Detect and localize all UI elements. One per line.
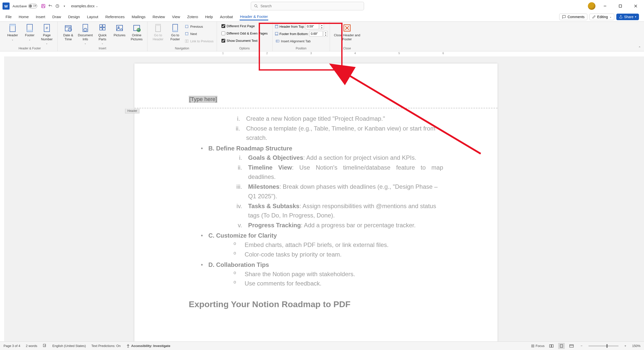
svg-rect-45: [275, 32, 278, 35]
undo-button[interactable]: [47, 3, 54, 10]
online-pictures-button[interactable]: Online Pictures: [128, 23, 145, 41]
svg-rect-59: [560, 344, 562, 347]
svg-line-21: [70, 30, 71, 30]
menu-layout[interactable]: Layout: [86, 14, 99, 20]
web-layout-button[interactable]: [568, 343, 575, 349]
menu-zotero[interactable]: Zotero: [187, 14, 199, 20]
autosave-toggle[interactable]: AutoSave Off: [13, 4, 37, 8]
editing-mode-button[interactable]: Editing⌄: [589, 14, 614, 20]
menu-acrobat[interactable]: Acrobat: [219, 14, 234, 20]
menu-mailings[interactable]: Mailings: [131, 14, 146, 20]
vertical-ruler[interactable]: [0, 56, 5, 341]
minimize-button[interactable]: [599, 2, 611, 10]
menubar: File Home Insert Draw Design Layout Refe…: [0, 12, 644, 22]
header-placeholder[interactable]: [Type here]: [189, 96, 217, 103]
svg-rect-2: [42, 6, 45, 8]
qat-more-button[interactable]: ▾: [61, 3, 68, 10]
svg-rect-28: [103, 28, 105, 30]
group-label: Close: [343, 47, 351, 51]
svg-rect-55: [532, 345, 534, 347]
header-from-top-spinner[interactable]: Header from Top: ▲▼: [275, 23, 328, 30]
quick-parts-button[interactable]: Quick Parts⌄: [94, 23, 111, 45]
menu-help[interactable]: Help: [205, 14, 213, 20]
spellcheck-icon[interactable]: [43, 343, 47, 348]
show-document-text-checkbox[interactable]: Show Document Text: [220, 37, 269, 44]
print-layout-button[interactable]: [558, 343, 565, 349]
text-predictions-indicator[interactable]: Text Predictions: On: [91, 344, 121, 348]
focus-mode-button[interactable]: Focus: [531, 344, 544, 348]
next-section-button[interactable]: Next: [184, 30, 215, 37]
menu-header-footer[interactable]: Header & Footer: [240, 13, 269, 20]
zoom-slider[interactable]: [588, 345, 619, 346]
share-button[interactable]: Share▾: [616, 14, 639, 20]
statusbar: Page 3 of 4 2 words English (United Stat…: [0, 341, 644, 350]
insert-alignment-tab-button[interactable]: Insert Alignment Tab: [275, 38, 328, 44]
document-info-button[interactable]: iDocument Info⌄: [77, 23, 94, 45]
zoom-in-button[interactable]: +: [622, 343, 629, 349]
user-avatar[interactable]: [588, 2, 595, 10]
chevron-down-icon: ⌄: [96, 4, 98, 8]
svg-point-4: [254, 5, 257, 7]
comment-icon: [562, 15, 566, 19]
comments-button[interactable]: Comments: [559, 14, 587, 20]
word-count[interactable]: 2 words: [26, 344, 37, 348]
svg-rect-25: [100, 25, 102, 27]
close-header-footer-button[interactable]: Close Header and Footer: [332, 23, 362, 41]
menu-design[interactable]: Design: [68, 14, 81, 20]
svg-rect-58: [552, 344, 553, 347]
footer-gallery-button[interactable]: Footer⌄: [21, 23, 38, 41]
date-time-button[interactable]: Date & Time: [60, 23, 77, 41]
svg-rect-47: [276, 40, 279, 42]
page-number-button[interactable]: #Page Number⌄: [38, 23, 55, 45]
save-button[interactable]: [40, 3, 47, 10]
menu-file[interactable]: File: [5, 14, 12, 20]
search-input[interactable]: Search: [251, 2, 364, 10]
menu-insert[interactable]: Insert: [35, 14, 46, 20]
search-icon: [254, 4, 258, 8]
toggle-icon[interactable]: Off: [28, 4, 37, 8]
menu-draw[interactable]: Draw: [52, 14, 62, 20]
zoom-out-button[interactable]: −: [578, 343, 585, 349]
pictures-button[interactable]: Pictures: [111, 23, 128, 37]
goto-footer-button[interactable]: Go to Footer: [167, 23, 184, 41]
read-mode-button[interactable]: [548, 343, 555, 349]
redo-button[interactable]: [54, 3, 61, 10]
export-heading: Exporting Your Notion Roadmap to PDF: [189, 298, 443, 311]
group-label: Insert: [99, 47, 106, 51]
share-icon: [619, 15, 623, 19]
svg-point-54: [128, 344, 129, 345]
svg-rect-60: [570, 344, 573, 347]
horizontal-ruler[interactable]: 1 2 3 4 5 6: [0, 51, 644, 56]
language-indicator[interactable]: English (United States): [52, 344, 86, 348]
page-indicator[interactable]: Page 3 of 4: [4, 344, 20, 348]
different-first-page-checkbox[interactable]: Different First Page: [220, 23, 269, 29]
collapse-ribbon-button[interactable]: ⌃: [638, 46, 641, 50]
svg-rect-36: [173, 30, 177, 32]
ribbon-group-insert: Date & Time iDocument Info⌄ Quick Parts⌄…: [58, 22, 147, 51]
filename-label[interactable]: examples.docx ⌄: [71, 4, 98, 8]
menu-review[interactable]: Review: [152, 14, 165, 20]
svg-rect-41: [185, 40, 186, 43]
svg-text:#: #: [46, 26, 48, 30]
maximize-button[interactable]: [615, 2, 626, 10]
menu-view[interactable]: View: [171, 14, 180, 20]
zoom-level[interactable]: 150%: [632, 344, 640, 348]
menu-home[interactable]: Home: [18, 14, 29, 20]
pencil-icon: [592, 15, 596, 19]
previous-section-button[interactable]: Previous: [184, 23, 215, 30]
close-window-button[interactable]: [630, 2, 641, 10]
menu-references[interactable]: References: [105, 14, 125, 20]
ribbon-group-options: Different First Page Different Odd & Eve…: [217, 22, 273, 51]
page: [Type here] Header i.Create a new Notion…: [134, 63, 498, 341]
svg-rect-38: [185, 25, 188, 26]
document-body[interactable]: i.Create a new Notion page titled "Proje…: [134, 108, 498, 311]
header-edit-area[interactable]: [Type here] Header: [134, 63, 498, 108]
titlebar: W AutoSave Off ▾ examples.docx ⌄ Search: [0, 0, 644, 12]
footer-from-bottom-spinner[interactable]: Footer from Bottom: ▲▼: [275, 30, 328, 37]
accessibility-indicator[interactable]: Accessibility: Investigate: [126, 344, 170, 348]
different-odd-even-checkbox[interactable]: Different Odd & Even Pages: [220, 30, 269, 37]
group-label: Options: [239, 47, 250, 51]
group-label: Navigation: [175, 47, 189, 51]
footer-bottom-icon: [275, 32, 279, 36]
header-gallery-button[interactable]: Header⌄: [4, 23, 21, 41]
